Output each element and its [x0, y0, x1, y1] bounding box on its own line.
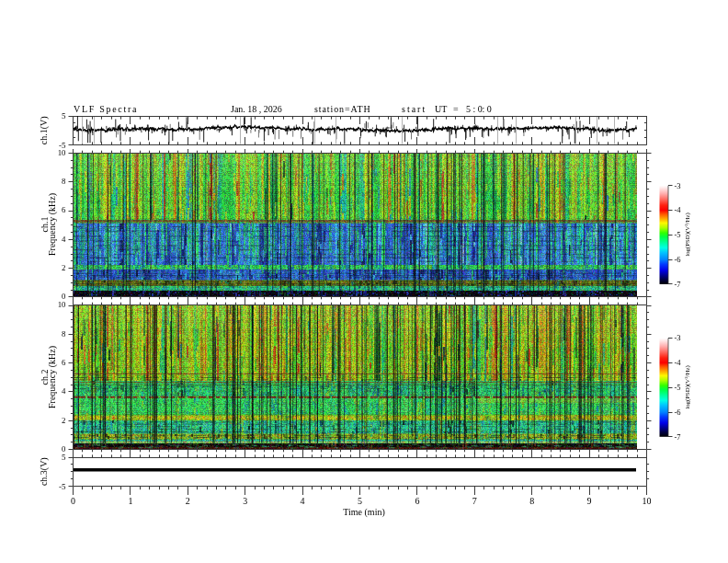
- svg-text:10: 10: [643, 496, 652, 506]
- svg-text:log(PSD)(V2/Hz): log(PSD)(V2/Hz): [684, 213, 691, 256]
- svg-text:5: 5: [62, 453, 66, 462]
- svg-text:6: 6: [415, 496, 419, 506]
- svg-text:-4: -4: [675, 358, 682, 367]
- svg-text:3: 3: [243, 496, 247, 506]
- svg-text:4: 4: [62, 386, 66, 396]
- svg-text:7: 7: [472, 496, 477, 506]
- svg-text:8: 8: [529, 496, 534, 506]
- svg-text:-5: -5: [59, 482, 66, 491]
- svg-text:log(PSD)(V2/Hz): log(PSD)(V2/Hz): [684, 365, 691, 408]
- svg-text:1: 1: [128, 496, 132, 506]
- svg-text:8: 8: [62, 177, 66, 186]
- svg-text:-3: -3: [675, 181, 681, 190]
- svg-text:Frequency (kHz): Frequency (kHz): [47, 346, 58, 408]
- svg-text:5: 5: [62, 111, 66, 121]
- svg-text:5: 5: [358, 496, 362, 506]
- svg-text:-5: -5: [675, 230, 681, 239]
- svg-text:-3: -3: [675, 333, 681, 342]
- svg-text:2: 2: [62, 263, 65, 272]
- svg-text:9: 9: [587, 496, 592, 506]
- svg-text:0: 0: [62, 444, 66, 454]
- svg-text:-4: -4: [675, 205, 682, 214]
- svg-text:10: 10: [58, 148, 66, 157]
- svg-text:-7: -7: [675, 280, 681, 289]
- svg-text:-6: -6: [675, 408, 681, 417]
- svg-text:Frequency (kHz): Frequency (kHz): [47, 193, 58, 256]
- svg-text:4: 4: [62, 235, 66, 244]
- svg-text:ch.1(V): ch.1(V): [39, 116, 50, 144]
- svg-text:VLF Spectra: VLF Spectra: [74, 104, 138, 114]
- svg-text:2: 2: [186, 496, 190, 506]
- svg-text:-7: -7: [675, 432, 681, 442]
- svg-text:0: 0: [71, 496, 75, 506]
- svg-text:start: start: [402, 104, 427, 114]
- svg-text:2: 2: [62, 416, 65, 425]
- svg-text:-5: -5: [675, 383, 681, 392]
- svg-text:-6: -6: [675, 255, 681, 264]
- svg-text:8: 8: [62, 329, 66, 339]
- svg-text:10: 10: [58, 300, 66, 309]
- svg-text:Time (min): Time (min): [343, 507, 384, 518]
- svg-text:4: 4: [301, 496, 305, 506]
- svg-text:6: 6: [62, 358, 66, 367]
- svg-text:6: 6: [62, 205, 66, 214]
- svg-text:Jan. 18 , 2026: Jan. 18 , 2026: [231, 104, 282, 114]
- svg-text:station=ATH: station=ATH: [314, 104, 371, 114]
- svg-text:ch.3(V): ch.3(V): [39, 457, 50, 486]
